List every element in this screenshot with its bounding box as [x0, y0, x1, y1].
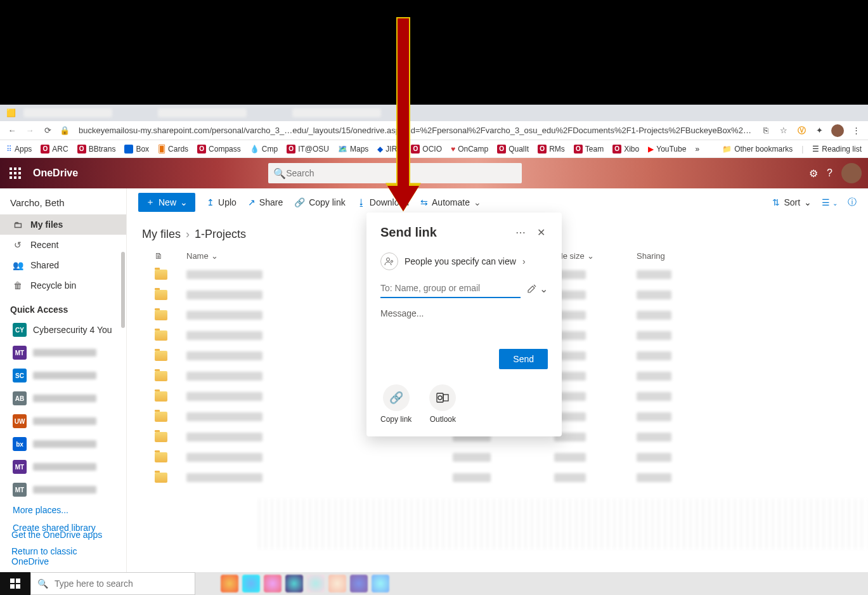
bookmark-item[interactable]: ORMs: [538, 145, 565, 154]
install-icon[interactable]: ⎘: [760, 125, 772, 136]
bookmark-item[interactable]: 🗺️Maps: [338, 145, 368, 154]
app-launcher-waffle-icon[interactable]: [0, 158, 30, 188]
bookmark-other[interactable]: 📁Other bookmarks: [722, 145, 793, 154]
taskbar-app-icon[interactable]: [285, 575, 303, 592]
share-button[interactable]: ↗ Share: [248, 197, 283, 207]
taskbar-search[interactable]: 🔍: [30, 572, 195, 595]
quick-access-item[interactable]: MT: [0, 455, 126, 478]
reading-list[interactable]: ☰Reading list: [812, 145, 862, 154]
bookmark-item[interactable]: OBBtrans: [77, 145, 116, 154]
breadcrumb-folder[interactable]: 1-Projects: [195, 228, 246, 241]
sort-button[interactable]: ⇅ Sort ⌄: [772, 197, 812, 207]
bookmark-item[interactable]: Box: [124, 145, 149, 154]
taskbar-app-icon[interactable]: [328, 575, 346, 592]
quick-access-item[interactable]: CYCybersecurity 4 You: [0, 318, 126, 341]
download-button[interactable]: ⭳ Download: [357, 197, 409, 207]
link-settings-button[interactable]: People you specify can view ›: [380, 252, 548, 270]
file-type-icon-header[interactable]: 🗎: [155, 251, 180, 261]
team-badge-icon: AB: [13, 391, 27, 405]
bookmark-item[interactable]: OTeam: [574, 145, 604, 154]
bookmark-item[interactable]: OXibo: [612, 145, 639, 154]
recipient-input[interactable]: [380, 279, 521, 298]
taskbar-app-icon[interactable]: [221, 575, 238, 592]
automate-button[interactable]: ⇆ Automate ⌄: [420, 197, 481, 207]
upload-button[interactable]: ↥ Uplo: [207, 197, 236, 207]
taskbar-app-icon[interactable]: [350, 575, 368, 592]
star-icon[interactable]: ☆: [778, 125, 789, 136]
back-button[interactable]: ←: [6, 126, 18, 135]
more-places-link[interactable]: More places...: [0, 501, 126, 519]
bookmark-item[interactable]: 🂠Cards: [158, 145, 188, 154]
blurred-cell: [637, 412, 671, 421]
view-options-icon[interactable]: ☰ ⌄: [822, 197, 838, 207]
forward-button[interactable]: →: [24, 126, 36, 135]
browser-tab-blurred[interactable]: [158, 108, 247, 117]
column-sharing[interactable]: Sharing: [637, 251, 713, 261]
reload-button[interactable]: ⟳: [42, 126, 53, 135]
people-icon: 👥: [13, 260, 23, 270]
bookmark-item[interactable]: 💧Cmp: [250, 145, 278, 154]
sidebar-scrollbar[interactable]: [121, 252, 125, 328]
column-name[interactable]: Name ⌄: [186, 251, 351, 261]
settings-gear-icon[interactable]: ⚙: [809, 167, 818, 180]
url-text[interactable]: buckeyemailosu-my.sharepoint.com/persona…: [79, 126, 754, 135]
get-onedrive-apps-link[interactable]: Get the OneDrive apps: [0, 526, 126, 543]
bookmark-item[interactable]: ▶YouTube: [648, 145, 686, 154]
quick-access-label-blurred: [33, 486, 96, 494]
sidebar-item-my-files[interactable]: 🗀 My files: [0, 214, 126, 235]
onedrive-brand[interactable]: OneDrive: [30, 167, 78, 179]
more-options-icon[interactable]: ⋯: [513, 224, 529, 241]
sidebar-item-shared[interactable]: 👥 Shared: [0, 255, 126, 275]
bookmark-apps[interactable]: ⠿Apps: [6, 145, 32, 154]
message-input[interactable]: Message...: [380, 308, 548, 318]
column-file-size[interactable]: File size ⌄: [554, 251, 630, 261]
extensions-icon[interactable]: ✦: [813, 125, 825, 136]
taskbar-app-icon[interactable]: [264, 575, 282, 592]
v-badge-icon[interactable]: Ⓥ: [796, 125, 807, 136]
quick-access-item[interactable]: bx: [0, 433, 126, 455]
copy-link-button[interactable]: 🔗 Copy link: [294, 197, 346, 207]
bookmark-item[interactable]: OCompass: [197, 145, 241, 154]
taskbar-app-icon[interactable]: [242, 575, 260, 592]
me-avatar[interactable]: [841, 163, 862, 183]
sidebar-item-recycle[interactable]: 🗑 Recycle bin: [0, 275, 126, 296]
classic-onedrive-link[interactable]: Return to classic OneDrive: [0, 543, 126, 570]
blurred-cell: [186, 453, 262, 462]
permission-pencil-icon[interactable]: ⌄: [527, 283, 548, 295]
outlook-tile[interactable]: Outlook: [429, 384, 456, 424]
quick-access-item[interactable]: UW: [0, 410, 126, 433]
breadcrumb-root[interactable]: My files: [142, 228, 181, 241]
start-button[interactable]: [0, 572, 30, 595]
search-box[interactable]: 🔍: [268, 163, 522, 183]
quick-access-item[interactable]: SC: [0, 364, 126, 387]
info-pane-icon[interactable]: ⓘ: [848, 197, 857, 208]
close-icon[interactable]: ✕: [529, 224, 548, 241]
new-button[interactable]: ＋ New ⌄: [138, 193, 195, 212]
quick-access-label-blurred: [33, 440, 96, 448]
table-row[interactable]: [142, 447, 853, 468]
bookmark-item[interactable]: OOCIO: [411, 145, 442, 154]
bookmark-item[interactable]: OQualIt: [497, 145, 529, 154]
quick-access-item[interactable]: MT: [0, 478, 126, 501]
kebab-menu-icon[interactable]: ⋮: [850, 125, 862, 136]
taskbar-app-icon[interactable]: [307, 575, 325, 592]
send-button[interactable]: Send: [499, 349, 548, 369]
taskbar-search-input[interactable]: [55, 579, 188, 589]
browser-tab-blurred[interactable]: [23, 108, 112, 117]
quick-access-item[interactable]: AB: [0, 387, 126, 410]
table-row[interactable]: [142, 468, 853, 488]
help-icon[interactable]: ?: [827, 167, 832, 179]
browser-tab-blurred[interactable]: [292, 108, 381, 117]
blurred-cell: [637, 311, 671, 320]
copy-link-tile[interactable]: 🔗 Copy link: [380, 384, 411, 424]
search-input[interactable]: [286, 168, 517, 178]
bookmark-item[interactable]: ♥OnCamp: [451, 145, 488, 154]
profile-avatar[interactable]: [831, 124, 844, 137]
bookmark-overflow[interactable]: »: [695, 145, 699, 154]
sidebar-item-recent[interactable]: ↺ Recent: [0, 235, 126, 255]
bookmark-item[interactable]: OARC: [41, 145, 68, 154]
quick-access-item[interactable]: MT: [0, 341, 126, 364]
taskbar-app-icon[interactable]: [372, 575, 389, 592]
bookmark-item[interactable]: OIT@OSU: [287, 145, 329, 154]
bookmark-item[interactable]: ◆JIRA: [377, 145, 402, 154]
